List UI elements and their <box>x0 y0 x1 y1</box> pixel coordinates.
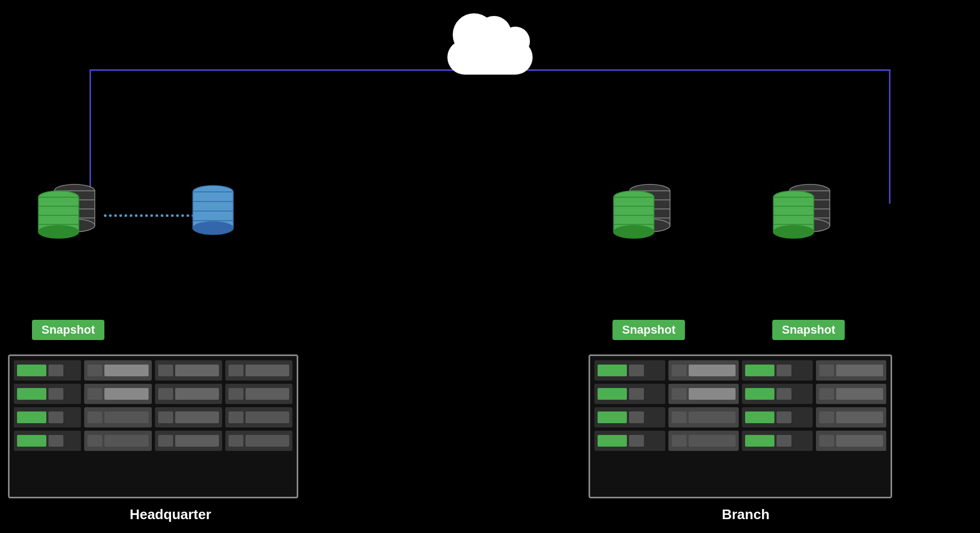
rack-row-3 <box>594 407 886 427</box>
rack-row-2 <box>594 384 886 404</box>
rack-slot <box>594 360 665 381</box>
rack-row-4 <box>594 431 886 451</box>
hq-dashed-line <box>104 214 194 217</box>
rack-slot <box>225 360 292 381</box>
rack-slot <box>816 384 887 404</box>
rack-slot <box>84 360 151 381</box>
svg-point-14 <box>193 222 233 235</box>
rack-slot <box>155 407 222 427</box>
rack-slot <box>668 407 739 427</box>
rack-slot <box>594 407 665 427</box>
rack-slot <box>225 407 292 427</box>
rack-slot <box>742 431 813 451</box>
rack-slot <box>742 407 813 427</box>
branch-rack <box>589 354 892 498</box>
rack-slot <box>742 360 813 381</box>
rack-slot <box>816 360 887 381</box>
svg-point-26 <box>614 225 654 238</box>
rack-slot <box>155 431 222 451</box>
rack-slot <box>84 407 151 427</box>
rack-row-1 <box>594 360 886 381</box>
svg-point-38 <box>773 225 814 238</box>
rack-slot <box>742 384 813 404</box>
hq-primary-db <box>32 181 101 245</box>
line-left-horizontal <box>89 69 490 71</box>
rack-slot <box>14 360 81 381</box>
rack-slot <box>14 431 81 451</box>
diagram-canvas: Snapshot <box>0 0 980 533</box>
hq-rack <box>8 354 298 498</box>
rack-slot <box>668 431 739 451</box>
cloud-icon <box>431 16 549 101</box>
branch-snapshot-label-1: Snapshot <box>612 320 685 340</box>
rack-slot <box>84 431 151 451</box>
rack-slot <box>14 407 81 427</box>
branch-primary-db-1 <box>607 181 676 245</box>
rack-slot <box>225 384 292 404</box>
rack-row-2 <box>14 384 292 404</box>
headquarter-label: Headquarter <box>69 506 272 523</box>
rack-slot <box>668 384 739 404</box>
branch-primary-db-2 <box>767 181 836 245</box>
rack-slot <box>816 431 887 451</box>
rack-row-1 <box>14 360 292 381</box>
line-right-vertical <box>889 69 891 204</box>
rack-row-4 <box>14 431 292 451</box>
svg-point-8 <box>38 225 79 238</box>
hq-secondary-db <box>186 184 240 242</box>
hq-snapshot-label: Snapshot <box>32 320 104 340</box>
rack-slot <box>816 407 887 427</box>
rack-slot <box>155 384 222 404</box>
rack-slot <box>225 431 292 451</box>
rack-slot <box>14 384 81 404</box>
branch-snapshot-label-2: Snapshot <box>772 320 845 340</box>
rack-slot <box>84 384 151 404</box>
line-right-horizontal <box>489 69 891 71</box>
rack-row-3 <box>14 407 292 427</box>
rack-slot <box>594 431 665 451</box>
rack-slot <box>594 384 665 404</box>
branch-label: Branch <box>666 506 826 523</box>
rack-slot <box>155 360 222 381</box>
rack-slot <box>668 360 739 381</box>
